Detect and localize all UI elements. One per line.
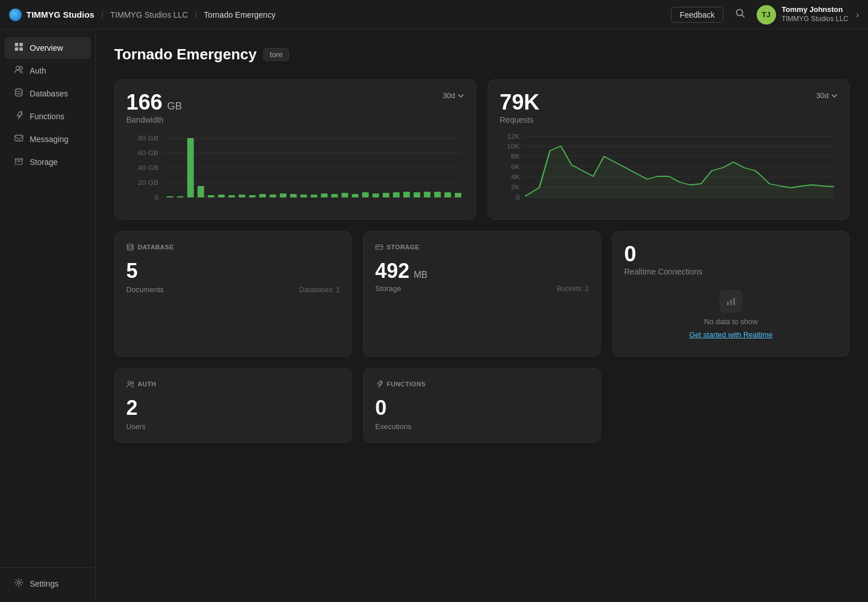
nav-left: TIMMYG Studios / TIMMYG Studios LLC / To…	[9, 9, 275, 21]
storage-info: Storage Buckets: 2	[375, 284, 589, 293]
svg-point-72	[131, 382, 134, 384]
svg-rect-3	[19, 43, 23, 46]
svg-rect-43	[383, 193, 389, 197]
storage-unit: MB	[414, 270, 428, 280]
messaging-icon	[14, 134, 24, 145]
sidebar-item-functions[interactable]: Functions	[5, 106, 91, 127]
databases-icon	[14, 88, 24, 99]
breadcrumb-org[interactable]: TIMMYG Studios LLC	[110, 10, 188, 19]
svg-point-67	[377, 248, 378, 249]
sidebar-item-storage[interactable]: Storage	[5, 151, 91, 173]
middle-cards-row: DATABASE 5 Documents Databases: 1 STORAG…	[114, 231, 850, 357]
svg-rect-42	[372, 193, 379, 197]
storage-section-text: STORAGE	[387, 244, 420, 251]
svg-rect-37	[321, 193, 328, 197]
svg-rect-5	[19, 47, 23, 51]
get-started-realtime-link[interactable]: Get started with Realtime	[689, 330, 773, 339]
database-sublabel: Documents	[126, 285, 164, 294]
storage-icon	[375, 243, 383, 251]
breadcrumb-sep-1: /	[101, 10, 103, 19]
svg-rect-39	[341, 193, 348, 197]
brand-name: TIMMYG Studios	[26, 10, 94, 19]
database-extra: Databases: 1	[299, 286, 340, 294]
svg-rect-69	[730, 300, 732, 305]
top-cards-row: 166 GB Bandwidth 30d	[114, 79, 850, 220]
main-content: Tornado Emergency tore 166 GB Bandwidth …	[96, 30, 868, 602]
svg-rect-24	[187, 138, 194, 197]
search-icon	[735, 8, 745, 18]
svg-text:80 GB: 80 GB	[138, 135, 159, 141]
svg-text:60 GB: 60 GB	[138, 150, 159, 156]
sidebar-item-overview[interactable]: Overview	[5, 37, 91, 59]
svg-rect-48	[434, 192, 441, 197]
svg-text:4K: 4K	[511, 174, 520, 180]
functions-card[interactable]: FUNCTIONS 0 Executions	[363, 368, 601, 443]
user-org: TIMMYG Studios LLC	[782, 15, 849, 24]
requests-period-label: 30d	[816, 91, 829, 100]
functions-icon	[375, 380, 383, 388]
breadcrumb-project: Tornado Emergency	[204, 10, 275, 19]
database-section-text: DATABASE	[138, 244, 174, 251]
auth-card[interactable]: AUTH 2 Users	[114, 368, 352, 443]
sidebar-item-messaging-label: Messaging	[30, 135, 69, 144]
svg-rect-26	[208, 195, 215, 197]
bandwidth-label: Bandwidth	[126, 115, 182, 124]
no-data-text: No data to show	[704, 317, 758, 326]
requests-period-selector[interactable]: 30d	[816, 91, 838, 100]
search-button[interactable]	[733, 6, 748, 23]
svg-point-65	[127, 244, 133, 247]
svg-rect-29	[239, 195, 246, 197]
svg-rect-66	[376, 245, 383, 249]
user-menu[interactable]: TJ Tommy Johnston TIMMYG Studios LLC ›	[757, 5, 859, 25]
functions-icon	[14, 111, 24, 122]
functions-value: 0	[375, 396, 589, 420]
requests-value-row: 79K	[500, 91, 540, 113]
bandwidth-period-label: 30d	[443, 91, 455, 100]
bandwidth-period-selector[interactable]: 30d	[443, 91, 464, 100]
sidebar-item-settings[interactable]: Settings	[5, 573, 91, 595]
auth-section-label: AUTH	[126, 380, 340, 388]
svg-rect-46	[413, 192, 420, 197]
auth-value: 2	[126, 396, 340, 420]
svg-rect-47	[424, 192, 431, 197]
sidebar-item-databases-label: Databases	[30, 89, 68, 98]
bandwidth-chart: 80 GB 60 GB 40 GB 20 GB 0	[126, 134, 464, 208]
bandwidth-value-group: 166 GB Bandwidth	[126, 91, 182, 124]
svg-text:40 GB: 40 GB	[138, 165, 159, 171]
svg-point-0	[736, 10, 742, 16]
svg-text:2K: 2K	[511, 184, 520, 191]
sidebar-item-databases[interactable]: Databases	[5, 83, 91, 104]
auth-info: Users	[126, 422, 340, 431]
database-icon	[126, 243, 134, 251]
bandwidth-value: 166	[126, 90, 162, 114]
requests-value-group: 79K Requests	[500, 91, 540, 124]
storage-value-row: 492 MB	[375, 259, 589, 283]
database-section-label: DATABASE	[126, 243, 340, 251]
sidebar-item-auth[interactable]: Auth	[5, 60, 91, 82]
svg-rect-38	[331, 194, 338, 197]
bandwidth-chart-svg: 80 GB 60 GB 40 GB 20 GB 0	[126, 134, 464, 208]
svg-rect-32	[270, 195, 276, 197]
storage-card[interactable]: STORAGE 492 MB Storage Buckets: 2	[363, 231, 601, 357]
auth-icon	[126, 380, 134, 388]
no-data-icon	[720, 290, 742, 313]
chevron-down-icon	[831, 92, 838, 99]
feedback-button[interactable]: Feedback	[671, 7, 723, 23]
database-card[interactable]: DATABASE 5 Documents Databases: 1	[114, 231, 352, 357]
bandwidth-card: 166 GB Bandwidth 30d	[114, 79, 476, 220]
database-value: 5	[126, 259, 340, 283]
storage-extra: Buckets: 2	[557, 285, 589, 293]
brand-logo	[9, 9, 22, 21]
storage-icon	[14, 156, 24, 168]
svg-rect-45	[403, 192, 410, 197]
sidebar-bottom: Settings	[0, 567, 95, 595]
storage-sublabel: Storage	[375, 284, 401, 293]
functions-sublabel: Executions	[375, 422, 412, 431]
svg-rect-33	[280, 193, 287, 197]
svg-line-1	[742, 15, 744, 18]
svg-rect-25	[198, 186, 204, 197]
svg-point-8	[15, 89, 22, 92]
sidebar-item-messaging[interactable]: Messaging	[5, 128, 91, 150]
bandwidth-unit: GB	[167, 100, 182, 112]
storage-section-label: STORAGE	[375, 243, 589, 251]
